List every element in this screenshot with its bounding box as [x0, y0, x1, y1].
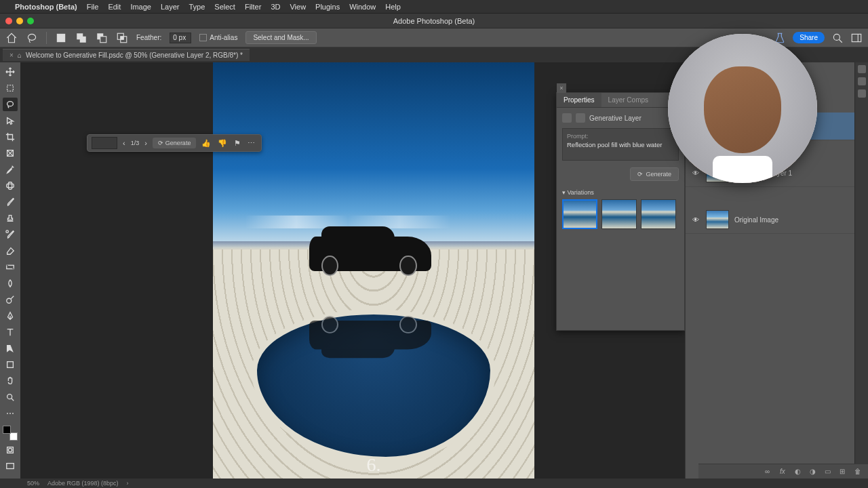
mask-icon[interactable]: ◐ — [795, 468, 803, 476]
quickmask-toggle[interactable] — [3, 443, 18, 457]
feather-input[interactable] — [170, 33, 191, 43]
status-chevron-icon[interactable]: › — [127, 480, 129, 487]
svg-rect-11 — [7, 85, 14, 92]
home-icon[interactable] — [5, 32, 18, 44]
zoom-tool[interactable] — [3, 390, 18, 404]
crop-tool[interactable] — [3, 130, 18, 144]
tab-layer-comps[interactable]: Layer Comps — [601, 93, 655, 107]
antialias-option[interactable]: Anti-alias — [199, 34, 237, 42]
layer-name[interactable]: Original Image — [734, 216, 778, 224]
collapsed-dock[interactable] — [854, 62, 868, 479]
path-tool[interactable] — [3, 342, 18, 355]
variation-thumb-2[interactable] — [601, 199, 637, 229]
genfill-generate-button[interactable]: ⟳Generate — [153, 138, 197, 148]
svg-rect-3 — [80, 36, 86, 42]
properties-generate-button[interactable]: ⟳Generate — [630, 167, 679, 181]
stamp-tool[interactable] — [3, 211, 18, 225]
menu-type[interactable]: Type — [189, 3, 205, 11]
status-bar: 50% Adobe RGB (1998) (8bpc) › — [20, 479, 685, 488]
eraser-tool[interactable] — [3, 244, 18, 258]
tab-properties[interactable]: Properties — [557, 93, 601, 107]
menu-window[interactable]: Window — [349, 3, 376, 11]
pen-tool[interactable] — [3, 309, 18, 323]
group-icon[interactable]: ▭ — [825, 468, 833, 476]
search-icon[interactable] — [831, 32, 844, 44]
generative-fill-bar[interactable]: ‹ 1/3 › ⟳Generate 👍 👎 ⚑ ⋯ — [87, 134, 262, 152]
dock-icon[interactable] — [858, 65, 866, 73]
genfill-prompt-input[interactable] — [92, 137, 117, 149]
genfill-prev-button[interactable]: ‹ — [121, 139, 127, 147]
variation-thumb-1[interactable] — [562, 199, 597, 229]
window-close-button[interactable] — [5, 18, 12, 24]
tab-home-icon: ⌂ — [18, 52, 22, 59]
tab-close-icon[interactable]: × — [9, 52, 14, 59]
foreground-color[interactable] — [3, 426, 11, 434]
menu-layer[interactable]: Layer — [161, 3, 180, 11]
dock-icon[interactable] — [858, 89, 866, 98]
selection-new-icon[interactable] — [55, 32, 67, 44]
more-icon[interactable]: ⋯ — [246, 139, 256, 148]
app-name[interactable]: Photoshop (Beta) — [15, 3, 77, 11]
fx-icon[interactable]: fx — [780, 468, 788, 476]
zoom-level[interactable]: 50% — [27, 480, 39, 487]
color-profile[interactable]: Adobe RGB (1998) (8bpc) — [47, 480, 119, 487]
menu-select[interactable]: Select — [214, 3, 235, 11]
share-button[interactable]: Share — [793, 32, 825, 43]
genfill-next-button[interactable]: › — [143, 139, 149, 147]
healing-tool[interactable] — [3, 179, 18, 192]
thumbs-up-icon[interactable]: 👍 — [200, 139, 212, 148]
document-tab[interactable]: × ⌂ Welcome to Generative Fill.psdc @ 50… — [3, 49, 250, 61]
menu-filter[interactable]: Filter — [245, 3, 261, 11]
selection-tool[interactable] — [3, 114, 18, 127]
adjustment-icon[interactable]: ◑ — [810, 468, 818, 476]
menu-plugins[interactable]: Plugins — [315, 3, 340, 11]
document-canvas[interactable]: 6. — [213, 62, 534, 479]
lasso-tool-icon[interactable] — [26, 32, 38, 44]
delete-icon[interactable]: 🗑 — [854, 468, 863, 476]
select-and-mask-button[interactable]: Select and Mask... — [245, 31, 316, 44]
window-maximize-button[interactable] — [27, 18, 34, 24]
window-minimize-button[interactable] — [16, 18, 23, 24]
visibility-icon[interactable]: 👁 — [691, 216, 701, 224]
menu-edit[interactable]: Edit — [108, 3, 121, 11]
menu-image[interactable]: Image — [130, 3, 151, 11]
workspace-icon[interactable] — [850, 32, 863, 44]
dodge-tool[interactable] — [3, 293, 18, 306]
hand-tool[interactable] — [3, 374, 18, 388]
selection-subtract-icon[interactable] — [96, 32, 108, 44]
antialias-checkbox[interactable] — [199, 34, 207, 41]
layer-thumbnail[interactable] — [706, 210, 729, 229]
menu-view[interactable]: View — [290, 3, 306, 11]
color-swatches[interactable] — [3, 426, 18, 441]
brush-tool[interactable] — [3, 195, 18, 209]
edit-toolbar[interactable]: ⋯ — [3, 407, 18, 420]
new-layer-icon[interactable]: ⊞ — [840, 468, 848, 476]
flag-icon[interactable]: ⚑ — [233, 139, 242, 148]
selection-add-icon[interactable] — [75, 32, 87, 44]
shape-tool[interactable] — [3, 358, 18, 371]
variation-thumb-3[interactable] — [641, 199, 676, 229]
menu-3d[interactable]: 3D — [271, 3, 280, 11]
variations-toggle[interactable]: ▾ Variations — [562, 189, 679, 196]
prompt-field[interactable]: Prompt: Reflection pool fill with blue w… — [562, 128, 679, 161]
type-tool[interactable] — [3, 325, 18, 339]
selection-intersect-icon[interactable] — [116, 32, 128, 44]
dock-icon[interactable] — [858, 77, 866, 85]
move-tool[interactable] — [3, 65, 18, 79]
visibility-icon[interactable]: 👁 — [691, 169, 701, 177]
link-layers-icon[interactable]: ∞ — [765, 468, 773, 476]
layer-row-original[interactable]: 👁 Original Image — [686, 206, 854, 234]
tab-title: Welcome to Generative Fill.psdc @ 50% (G… — [26, 52, 243, 59]
marquee-tool[interactable] — [3, 81, 18, 95]
menu-file[interactable]: File — [87, 3, 99, 11]
eyedropper-tool[interactable] — [3, 163, 18, 176]
thumbs-down-icon[interactable]: 👎 — [216, 139, 229, 148]
menu-help[interactable]: Help — [385, 3, 401, 11]
blur-tool[interactable] — [3, 277, 18, 290]
gradient-tool[interactable] — [3, 260, 18, 274]
screenmode-toggle[interactable] — [3, 460, 18, 473]
panel-close-icon[interactable]: × — [557, 83, 566, 93]
frame-tool[interactable] — [3, 146, 18, 160]
history-brush-tool[interactable] — [3, 228, 18, 241]
lasso-tool[interactable] — [3, 98, 18, 111]
